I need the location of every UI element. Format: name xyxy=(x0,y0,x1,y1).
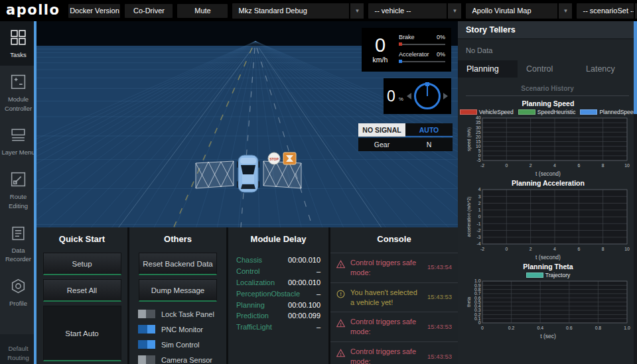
vehicle-dropdown[interactable]: -- vehicle --▼ xyxy=(368,3,461,19)
toggle-label: Camera Sensor xyxy=(161,356,212,364)
tab-planning[interactable]: Planning xyxy=(458,60,518,78)
toggle-knob xyxy=(147,325,155,334)
module-delay-value: – xyxy=(317,290,320,298)
chart-title: Planning Acceleration xyxy=(462,179,634,187)
toggle-knob xyxy=(138,355,146,364)
right-panel-scrollbar[interactable] xyxy=(634,21,637,364)
gear-label: Gear xyxy=(358,138,405,151)
camera-sensor-toggle[interactable] xyxy=(138,355,155,364)
chart-xlabel: t (second) xyxy=(462,254,634,261)
module-delay-rows: Chassis00:00.010Control–Localization00:0… xyxy=(228,255,328,332)
chart-planning-acceleration: Planning Acceleration43210-1-2-3-4-20246… xyxy=(462,179,634,261)
svg-text:-2: -2 xyxy=(476,228,480,233)
sidebar-item-route-editing[interactable]: Route Editing xyxy=(0,163,36,217)
others-panel: Others Reset Backend DataDump Message Lo… xyxy=(129,227,226,364)
svg-text:!: ! xyxy=(340,352,341,357)
svg-text:1.0: 1.0 xyxy=(624,326,630,330)
legend-label: VehicleSpeed xyxy=(479,109,514,115)
svg-text:5: 5 xyxy=(478,149,481,153)
profile-icon xyxy=(9,277,27,295)
sidebar-item-layer-menu[interactable]: Layer Menu xyxy=(0,119,36,163)
svg-text:0.4: 0.4 xyxy=(537,326,543,330)
sidebar-item-label: Default Routing xyxy=(1,344,35,363)
pnc-monitor-toggle[interactable] xyxy=(138,325,155,334)
toggle-label: PNC Monitor xyxy=(161,326,203,334)
svg-text:0.6: 0.6 xyxy=(566,326,573,330)
sidebar: TasksModule ControllerLayer MenuRoute Ed… xyxy=(0,21,36,364)
sidebar-item-module-controller[interactable]: Module Controller xyxy=(0,66,36,119)
tab-latency[interactable]: Latency xyxy=(577,60,637,78)
svg-text:4: 4 xyxy=(478,188,481,192)
dump-message-button[interactable]: Dump Message xyxy=(139,279,217,302)
steering-wheel-gauge xyxy=(414,83,441,109)
reset-backend-data-button[interactable]: Reset Backend Data xyxy=(139,253,217,275)
svg-text:0: 0 xyxy=(478,320,481,325)
co-driver-button[interactable]: Co-Driver xyxy=(125,4,173,18)
svg-text:-2: -2 xyxy=(480,247,484,251)
stop-sign-label: STOP xyxy=(269,157,279,161)
chart-plot: 43210-1-2-3-4-20246810acceleration (m/s^… xyxy=(465,188,631,254)
sidebar-item-default-routing[interactable]: Default Routing xyxy=(0,334,36,364)
main-3d-view[interactable]: STOP 0 km/h Brake 0% Accelerator 0% xyxy=(36,21,458,364)
gear-value: N xyxy=(405,138,453,151)
reset-all-button[interactable]: Reset All xyxy=(43,279,121,302)
chevron-down-icon: ▼ xyxy=(634,3,637,19)
chart-title: Planning Theta xyxy=(462,263,634,271)
steering-left-arrow-icon xyxy=(407,93,411,99)
console-message: !Control triggers safe mode:15:43:54 xyxy=(330,253,458,282)
apollo-virutal-map-dropdown[interactable]: Apollo Virutal Map▼ xyxy=(466,3,572,19)
right-panel-scrollbar-thumb[interactable] xyxy=(634,21,637,114)
svg-text:!: ! xyxy=(340,291,342,297)
mkz-standard-debug-dropdown[interactable]: Mkz Standard Debug▼ xyxy=(232,3,364,19)
sidebar-scrollbar[interactable] xyxy=(34,21,36,364)
svg-text:-5: -5 xyxy=(476,158,480,162)
sidebar-items: TasksModule ControllerLayer MenuRoute Ed… xyxy=(0,21,36,364)
svg-text:0.2: 0.2 xyxy=(508,326,515,330)
module-name: Chassis xyxy=(236,256,262,264)
pnc-monitor-tabs: PlanningControlLatency xyxy=(458,60,637,78)
panel-title: Module Delay xyxy=(228,234,328,244)
lock-task-panel-toggle[interactable] xyxy=(138,310,155,318)
steering-value: 0 xyxy=(387,89,395,104)
mute-button[interactable]: Mute xyxy=(177,4,228,18)
dropdown-value: Apollo Virutal Map xyxy=(472,7,557,15)
docker-version-button[interactable]: Docker Version xyxy=(68,4,120,18)
svg-text:2: 2 xyxy=(478,201,481,206)
sidebar-item-tasks[interactable]: Tasks xyxy=(0,21,36,66)
svg-text:1: 1 xyxy=(478,208,481,212)
topbar-buttons: Docker VersionCo-DriverMute xyxy=(68,4,228,18)
console-message: !You haven't selected a vehicle yet!15:4… xyxy=(330,282,458,312)
console-message-text: Control triggers safe mode: xyxy=(350,347,423,364)
sidebar-item-profile[interactable]: Profile xyxy=(0,270,36,314)
svg-text:40: 40 xyxy=(476,116,481,120)
console-messages: !Control triggers safe mode:15:43:54!You… xyxy=(330,253,458,364)
sidebar-item-data-recorder[interactable]: Data Recorder xyxy=(0,217,36,271)
module-delay-row-prediction: Prediction00:00.099 xyxy=(228,310,328,322)
story-tellers-header: Story Tellers xyxy=(458,21,637,39)
svg-text:2: 2 xyxy=(530,163,532,168)
module-name: Planning xyxy=(236,301,265,309)
brake-slider xyxy=(399,44,445,45)
route-editing-icon xyxy=(9,170,27,188)
topbar: apollo Docker VersionCo-DriverMute Mkz S… xyxy=(0,0,637,21)
toggle-row-lock-task-panel: Lock Task Panel xyxy=(138,310,226,318)
toggle-row-camera-sensor: Camera Sensor xyxy=(138,355,226,364)
sim-control-toggle[interactable] xyxy=(138,340,155,349)
setup-button[interactable]: Setup xyxy=(43,253,121,275)
start-auto-button[interactable]: Start Auto xyxy=(43,306,121,361)
signal-panel: NO SIGNAL AUTO Gear N xyxy=(358,123,453,151)
console-message: !Control triggers safe mode:15:43:53 xyxy=(330,312,458,341)
chart-xlabel: t (sec) xyxy=(462,333,634,339)
speed-unit: km/h xyxy=(373,56,388,64)
svg-text:10: 10 xyxy=(476,144,481,149)
legend-label: PlannedSpeed xyxy=(599,109,636,115)
module-delay-row-control: Control– xyxy=(228,266,328,277)
tab-control[interactable]: Control xyxy=(518,60,577,78)
scenarioset-dropdown[interactable]: -- scenarioSet --▼ xyxy=(577,3,637,19)
svg-text:6: 6 xyxy=(577,247,580,251)
legend-swatch xyxy=(526,273,543,278)
svg-text:-1: -1 xyxy=(476,221,480,226)
toggle-knob xyxy=(138,310,146,318)
legend-item-vehiclespeed: VehicleSpeed xyxy=(460,109,514,115)
svg-text:0: 0 xyxy=(478,214,481,219)
